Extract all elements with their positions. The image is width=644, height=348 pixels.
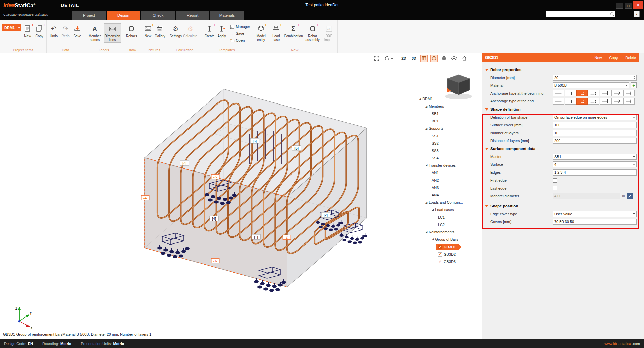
- distance-of-layers-input[interactable]: 200: [553, 138, 637, 144]
- number-of-layers-input[interactable]: 10: [553, 130, 637, 136]
- project-item-selector[interactable]: DRM1 ▾: [2, 24, 21, 31]
- tree-item-load-cases[interactable]: ◢Load cases: [416, 206, 482, 213]
- collapse-triangle-icon[interactable]: [485, 69, 488, 71]
- tree-item-an1[interactable]: AN1: [416, 169, 482, 177]
- orbit-button[interactable]: [383, 55, 394, 62]
- tree-item-drm1[interactable]: ◢DRM1: [416, 95, 482, 102]
- anchorage-straight-icon[interactable]: [553, 98, 564, 105]
- expand-icon[interactable]: ◢: [419, 97, 421, 100]
- maximize-button[interactable]: □: [625, 3, 632, 9]
- anchorage-transverse-bar-icon[interactable]: [600, 90, 611, 96]
- minimize-button[interactable]: —: [616, 3, 623, 9]
- save-button[interactable]: Save: [72, 23, 83, 39]
- section-shape-position[interactable]: Shape position: [482, 202, 639, 210]
- tree-item-lc2[interactable]: LC2: [416, 221, 482, 228]
- tree-item-group-of-bars[interactable]: ◢Group of Bars: [416, 236, 482, 243]
- apply-template-button[interactable]: Apply: [216, 23, 227, 39]
- section-surface-component-data[interactable]: Surface component data: [482, 145, 639, 153]
- anchorage-loop-180-icon[interactable]: [588, 90, 599, 96]
- first-edge-checkbox[interactable]: [553, 178, 557, 183]
- tab-report[interactable]: Report: [176, 11, 209, 20]
- anchorage-end-plate-icon[interactable]: [623, 98, 635, 105]
- close-button[interactable]: ×: [633, 1, 643, 9]
- tree-item-transfer-devices[interactable]: ◢Transfer devices: [416, 162, 482, 169]
- anchorage-continuous-icon[interactable]: [611, 98, 623, 105]
- settings-button[interactable]: ⚙ Settings: [169, 23, 182, 39]
- visibility-eye-button[interactable]: [450, 55, 458, 62]
- tree-item-an4[interactable]: AN4: [416, 191, 482, 199]
- tree-item-supports[interactable]: ◢Supports: [416, 125, 482, 132]
- tree-item-ss3[interactable]: SS3: [416, 147, 482, 154]
- collapse-triangle-icon[interactable]: [485, 108, 488, 111]
- new-picture-button[interactable]: + New: [143, 23, 153, 39]
- expand-icon[interactable]: ◢: [432, 238, 434, 241]
- redo-button[interactable]: ↷ Redo: [60, 23, 71, 39]
- tree-item-lc1[interactable]: LC1: [416, 214, 482, 221]
- bar-shape-dropdown[interactable]: On surface edge on more edges: [553, 114, 637, 120]
- anchorage-bend-90-icon[interactable]: [565, 98, 576, 105]
- copy-project-item-button[interactable]: + Copy: [34, 23, 45, 39]
- anchorage-continuous-icon[interactable]: [611, 90, 623, 96]
- edit-pencil-button[interactable]: [627, 193, 633, 199]
- tree-item-members[interactable]: ◢Members: [416, 102, 482, 110]
- master-dropdown[interactable]: SB1: [553, 154, 637, 160]
- spinner-buttons[interactable]: [632, 75, 636, 80]
- rebar-assembly-button[interactable]: + Rebar assembly: [304, 23, 321, 43]
- member-names-button[interactable]: A Member names: [87, 23, 103, 43]
- anchorage-transverse-bar-icon[interactable]: [600, 98, 611, 105]
- section-rebar-properties[interactable]: Rebar properties: [482, 66, 639, 74]
- tab-check[interactable]: Check: [141, 11, 175, 20]
- template-open-button[interactable]: Open: [230, 38, 250, 43]
- tree-item-sb1[interactable]: SB1: [416, 110, 482, 117]
- material-dropdown[interactable]: B 500B: [553, 82, 629, 88]
- tree-item-gb3d2[interactable]: ✓GB3D2: [416, 251, 482, 258]
- expand-icon[interactable]: ◢: [425, 164, 427, 167]
- expand-icon[interactable]: ◢: [425, 105, 427, 108]
- chevron-down-icon[interactable]: [391, 58, 393, 59]
- surface-cover-input[interactable]: 100: [553, 122, 637, 128]
- anchorage-hook-180-icon[interactable]: [576, 98, 588, 105]
- edges-input[interactable]: 1 2 3 4: [553, 169, 637, 176]
- anchorage-straight-icon[interactable]: [553, 90, 564, 96]
- mandrel-diameter-input[interactable]: 4,00: [553, 193, 620, 199]
- new-project-item-button[interactable]: + New: [22, 23, 33, 39]
- anchorage-end-plate-icon[interactable]: [623, 90, 635, 96]
- covers-input[interactable]: 70 50 30 50: [553, 219, 637, 225]
- anchorage-loop-180-icon[interactable]: [588, 98, 599, 105]
- calculate-button[interactable]: ⚙ Calculate: [183, 23, 197, 39]
- dxf-import-button[interactable]: DXF DXF import: [322, 23, 336, 43]
- collapse-triangle-icon[interactable]: [485, 205, 488, 207]
- copy-object-button[interactable]: Copy: [609, 56, 618, 60]
- tree-item-ss4[interactable]: SS4: [416, 154, 482, 162]
- dimension-lines-button[interactable]: Dimension lines: [104, 23, 121, 43]
- model-canvas[interactable]: [3] [6] [5] [4] [1] [2] -3- -4- -2- -1- …: [0, 53, 482, 339]
- expand-icon[interactable]: ◢: [425, 230, 427, 233]
- tree-item-ss2[interactable]: SS2: [416, 140, 482, 147]
- gallery-button[interactable]: Gallery: [154, 23, 166, 39]
- tree-item-gb3d3[interactable]: ✓GB3D3: [416, 258, 482, 265]
- info-button[interactable]: i: [634, 11, 640, 17]
- tab-materials[interactable]: Materials: [210, 11, 244, 20]
- checkbox-icon[interactable]: ✓: [438, 245, 442, 249]
- last-edge-checkbox[interactable]: [553, 186, 557, 190]
- tree-item-an3[interactable]: AN3: [416, 184, 482, 191]
- expand-icon[interactable]: ◢: [425, 201, 427, 204]
- anchorage-hook-180-icon[interactable]: [576, 90, 588, 96]
- template-save-button[interactable]: ↓ Save: [230, 31, 250, 36]
- search-icon[interactable]: [609, 11, 615, 17]
- solid-view-button[interactable]: [440, 55, 448, 62]
- undo-button[interactable]: ↶ Undo: [48, 23, 59, 39]
- template-manager-button[interactable]: Manager: [230, 24, 250, 29]
- load-case-button[interactable]: + Load case: [269, 23, 283, 43]
- model-entity-button[interactable]: + Model entity: [254, 23, 268, 43]
- surface-dropdown[interactable]: 4: [553, 161, 637, 167]
- tree-item-bp1[interactable]: BP1: [416, 117, 482, 125]
- search-input[interactable]: [546, 11, 609, 17]
- chevron-down-icon[interactable]: ▾: [17, 24, 21, 31]
- combination-button[interactable]: Σ + Combination: [284, 23, 303, 39]
- tree-item-an2[interactable]: AN2: [416, 177, 482, 184]
- edge-cover-type-dropdown[interactable]: User value: [553, 211, 637, 217]
- checkbox-icon[interactable]: ✓: [438, 252, 442, 257]
- tab-project[interactable]: Project: [72, 11, 106, 20]
- tree-item-ss1[interactable]: SS1: [416, 132, 482, 139]
